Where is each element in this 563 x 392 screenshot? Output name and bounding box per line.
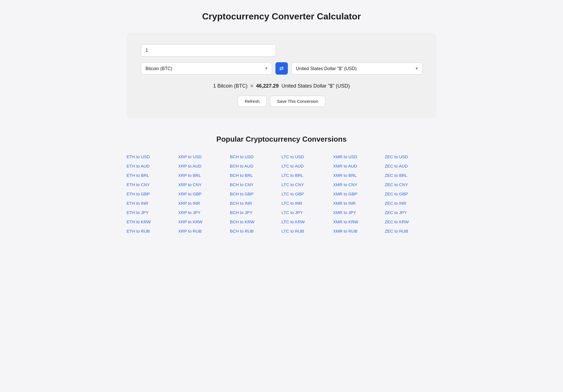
conversion-link[interactable]: ETH to AUD <box>127 162 178 170</box>
swap-icon: ⇄ <box>279 65 284 72</box>
conversion-link[interactable]: ETH to KRW <box>127 218 178 226</box>
conversion-link[interactable]: XMR to GBP <box>333 190 385 198</box>
conversion-link[interactable]: XMR to RUB <box>333 227 385 235</box>
conversion-link[interactable]: LTC to GBP <box>281 190 333 198</box>
conversion-link[interactable]: LTC to BRL <box>281 171 333 179</box>
conversion-link[interactable]: LTC to INR <box>281 199 333 207</box>
converter-card: Bitcoin (BTC) ▼ ⇄ United States Dollar "… <box>127 33 437 118</box>
conversion-link[interactable]: BCH to GBP <box>230 190 281 198</box>
conversion-link[interactable]: ETH to USD <box>127 153 178 161</box>
conversion-link[interactable]: LTC to AUD <box>281 162 333 170</box>
to-currency-select[interactable]: United States Dollar "$" (USD) <box>291 63 422 75</box>
conversion-link[interactable]: XRP to RUB <box>178 227 230 235</box>
from-currency-select[interactable]: Bitcoin (BTC) <box>141 63 272 75</box>
conversion-link[interactable]: LTC to RUB <box>281 227 333 235</box>
conversion-link[interactable]: XMR to USD <box>333 153 385 161</box>
conversion-link[interactable]: ETH to GBP <box>127 190 178 198</box>
conversion-link[interactable]: BCH to RUB <box>230 227 281 235</box>
conversion-link[interactable]: BCH to BRL <box>230 171 281 179</box>
conversion-link[interactable]: ETH to CNY <box>127 181 178 189</box>
conversion-link[interactable]: XMR to INR <box>333 199 385 207</box>
action-buttons: Refresh Save This Conversion <box>141 96 422 107</box>
conversion-link[interactable]: BCH to JPY <box>230 208 281 217</box>
result-suffix: United States Dollar "$" (USD) <box>281 83 350 89</box>
conversion-link[interactable]: XRP to BRL <box>178 171 230 179</box>
result-prefix: 1 Bitcoin (BTC) <box>213 83 248 89</box>
conversion-link[interactable]: ZEC to AUD <box>385 162 436 170</box>
to-currency-wrapper: United States Dollar "$" (USD) ▼ <box>291 63 422 75</box>
popular-section: Popular Cryptocurrency Conversions ETH t… <box>127 135 437 235</box>
conversion-link[interactable]: XRP to KRW <box>178 218 230 226</box>
result-equals: = <box>250 83 253 89</box>
conversion-link[interactable]: XRP to GBP <box>178 190 230 198</box>
conversion-link[interactable]: ETH to INR <box>127 199 178 207</box>
save-conversion-button[interactable]: Save This Conversion <box>270 96 325 107</box>
conversion-link[interactable]: ETH to JPY <box>127 208 178 217</box>
conversion-link[interactable]: XRP to CNY <box>178 181 230 189</box>
result-row: 1 Bitcoin (BTC) = 46,227.29 United State… <box>141 83 422 89</box>
swap-button[interactable]: ⇄ <box>275 62 288 75</box>
conversion-link[interactable]: ZEC to KRW <box>385 218 436 226</box>
conversion-link[interactable]: BCH to CNY <box>230 181 281 189</box>
conversion-link[interactable]: BCH to AUD <box>230 162 281 170</box>
conversion-link[interactable]: XMR to BRL <box>333 171 385 179</box>
conversion-link[interactable]: LTC to CNY <box>281 181 333 189</box>
conversion-link[interactable]: ZEC to RUB <box>385 227 436 235</box>
conversion-link[interactable]: XMR to JPY <box>333 208 385 217</box>
conversion-link[interactable]: ZEC to USD <box>385 153 436 161</box>
popular-title: Popular Cryptocurrency Conversions <box>127 135 437 144</box>
conversion-link[interactable]: LTC to KRW <box>281 218 333 226</box>
conversion-link[interactable]: BCH to INR <box>230 199 281 207</box>
conversions-grid: ETH to USDXRP to USDBCH to USDLTC to USD… <box>127 153 437 235</box>
conversion-link[interactable]: XRP to JPY <box>178 208 230 217</box>
conversion-link[interactable]: ZEC to CNY <box>385 181 436 189</box>
conversion-link[interactable]: LTC to JPY <box>281 208 333 217</box>
conversion-link[interactable]: ZEC to JPY <box>385 208 436 217</box>
conversion-link[interactable]: ZEC to BRL <box>385 171 436 179</box>
conversion-link[interactable]: XMR to KRW <box>333 218 385 226</box>
conversion-link[interactable]: ETH to RUB <box>127 227 178 235</box>
amount-input[interactable] <box>141 44 276 57</box>
conversion-link[interactable]: XMR to AUD <box>333 162 385 170</box>
result-amount: 46,227.29 <box>256 83 279 89</box>
conversion-link[interactable]: XRP to USD <box>178 153 230 161</box>
conversion-link[interactable]: ZEC to INR <box>385 199 436 207</box>
currency-row: Bitcoin (BTC) ▼ ⇄ United States Dollar "… <box>141 62 422 75</box>
refresh-button[interactable]: Refresh <box>238 96 267 107</box>
conversion-link[interactable]: XMR to CNY <box>333 181 385 189</box>
conversion-link[interactable]: BCH to USD <box>230 153 281 161</box>
conversion-link[interactable]: BCH to KRW <box>230 218 281 226</box>
conversion-link[interactable]: LTC to USD <box>281 153 333 161</box>
conversion-link[interactable]: ZEC to GBP <box>385 190 436 198</box>
conversion-link[interactable]: ETH to BRL <box>127 171 178 179</box>
conversion-link[interactable]: XRP to AUD <box>178 162 230 170</box>
from-currency-wrapper: Bitcoin (BTC) ▼ <box>141 63 272 75</box>
page-title: Cryptocurrency Converter Calculator <box>23 11 540 22</box>
conversion-link[interactable]: XRP to INR <box>178 199 230 207</box>
